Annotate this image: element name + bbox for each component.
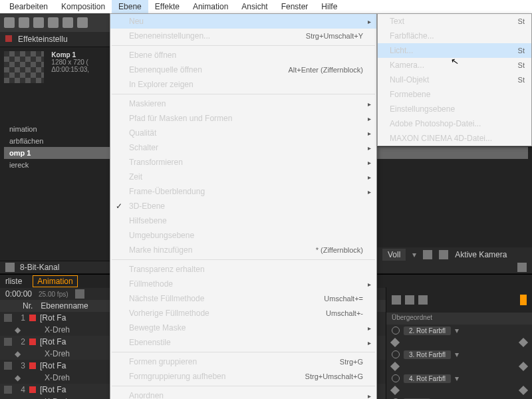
menu-ebene[interactable]: Ebene (112, 0, 148, 13)
timeline-tool-icon[interactable] (392, 295, 401, 305)
timeline-tab[interactable]: rliste (5, 277, 22, 286)
menu-item: Transparenz erhalten (110, 262, 376, 277)
submenu-item[interactable]: TextSt (378, 14, 531, 29)
menu-item: Qualität (110, 126, 376, 140)
menu-item[interactable]: Ebene öffnen (110, 48, 376, 63)
submenu-item[interactable]: Formebene (378, 87, 531, 102)
menu-item[interactable]: Maskieren (110, 96, 376, 111)
selection-tool-icon[interactable] (4, 17, 15, 28)
comp-thumbnail[interactable] (4, 51, 44, 83)
menu-item: Füllmethode (110, 277, 376, 291)
new-submenu: TextStFarbfläche...Licht...StKamera...St… (377, 13, 532, 146)
keyframe-row[interactable] (386, 360, 532, 372)
timecode[interactable]: 0:00:00 (5, 289, 32, 299)
submenu-item[interactable]: Null-ObjektSt (378, 72, 531, 87)
pan-tool-icon[interactable] (77, 17, 88, 28)
parent-row[interactable]: 2. Rot Farbfl▾ (386, 325, 532, 336)
submenu-item[interactable]: MAXON CINEMA 4D-Datei... (378, 131, 531, 146)
record-icon (5, 35, 12, 42)
menu-item: Formen gruppierenStrg+G (110, 354, 376, 369)
menu-effekte[interactable]: Effekte (148, 0, 186, 13)
menu-item[interactable]: In Explorer zeigen (110, 77, 376, 92)
timeline-tab[interactable]: Animation (33, 275, 77, 287)
menu-item[interactable]: Ebenenquelle öffnenAlt+Enter (Ziffernblo… (110, 63, 376, 77)
comp-info: Komp 1 1280 x 720 ( Δ0:00:15:03, (51, 51, 89, 73)
playhead-icon[interactable] (520, 295, 527, 305)
menu-item[interactable]: Ebenenstile (110, 335, 376, 350)
parent-row[interactable]: 4. Rot Farbfl▾ (386, 372, 532, 384)
search-icon[interactable] (75, 289, 84, 299)
interpret-icon[interactable] (5, 263, 15, 272)
menu-item[interactable]: Hilfsebene (110, 213, 376, 228)
menu-item[interactable]: Frame-Überblendung (110, 184, 376, 199)
zoom-dropdown[interactable]: Voll (382, 249, 406, 261)
grid-icon[interactable] (423, 250, 432, 259)
menu-item: Nächste FüllmethodeUmschalt+= (110, 291, 376, 306)
rotate-tool-icon[interactable] (48, 17, 59, 28)
camera-dropdown[interactable]: Aktive Kamera (455, 250, 507, 259)
submenu-item[interactable]: Adobe Photoshop-Datei... (378, 116, 531, 131)
timeline-right: Übergeordnet 2. Rot Farbfl▾3. Rot Farbfl… (386, 287, 532, 399)
menu-komposition[interactable]: Komposition (55, 0, 112, 13)
viewer-controls: Voll ▾ Aktive Kamera (377, 247, 532, 262)
cursor-icon: ↖ (450, 55, 460, 67)
submenu-item[interactable]: Einstellungsebene (378, 102, 531, 116)
menu-item: Umgebungsebene (110, 228, 376, 243)
menu-animation[interactable]: Animation (186, 0, 235, 13)
mask-icon[interactable] (439, 250, 448, 259)
menu-item: Formgruppierung aufhebenStrg+Umschalt+G (110, 369, 376, 384)
zoom-tool-icon[interactable] (33, 17, 44, 28)
search-icon[interactable] (517, 263, 527, 272)
menu-item[interactable]: 3D-Ebene (110, 199, 376, 213)
layer-menu-dropdown: NeuEbeneneinstellungen...Strg+Umschalt+Y… (110, 13, 377, 399)
menu-item[interactable]: Marke hinzufügen* (Ziffernblock) (110, 243, 376, 257)
menu-bearbeiten[interactable]: Bearbeiten (3, 0, 55, 13)
menu-item[interactable]: Pfad für Masken und Formen (110, 111, 376, 126)
menu-item[interactable]: Transformieren (110, 155, 376, 170)
menu-item[interactable]: Neu (110, 14, 376, 29)
menu-hilfe[interactable]: Hilfe (315, 0, 344, 13)
keyframe-row[interactable] (386, 336, 532, 348)
submenu-item[interactable]: Farbfläche... (378, 29, 531, 43)
timeline-tool-icon[interactable] (405, 295, 414, 305)
parent-column-header: Übergeordnet (386, 313, 532, 325)
hand-tool-icon[interactable] (19, 17, 29, 28)
bit-depth-button[interactable]: 8-Bit-Kanal (20, 263, 59, 272)
parent-row[interactable]: Ohne▾ (386, 396, 532, 399)
menu-item[interactable]: Schalter (110, 140, 376, 155)
menubar: BearbeitenKompositionEbeneEffekteAnimati… (0, 0, 532, 13)
parent-row[interactable]: 3. Rot Farbfl▾ (386, 348, 532, 360)
menu-item: Bewegte Maske (110, 321, 376, 335)
menu-ansicht[interactable]: Ansicht (235, 0, 274, 13)
timeline-tool-icon[interactable] (418, 295, 428, 305)
camera-tool-icon[interactable] (63, 17, 73, 28)
menu-item[interactable]: Zeit (110, 170, 376, 184)
menu-fenster[interactable]: Fenster (275, 0, 315, 13)
menu-item[interactable]: Anordnen (110, 388, 376, 399)
keyframe-row[interactable] (386, 384, 532, 396)
menu-item: Vorherige FüllmethodeUmschalt+- (110, 306, 376, 321)
menu-item[interactable]: Ebeneneinstellungen...Strg+Umschalt+Y (110, 29, 376, 43)
